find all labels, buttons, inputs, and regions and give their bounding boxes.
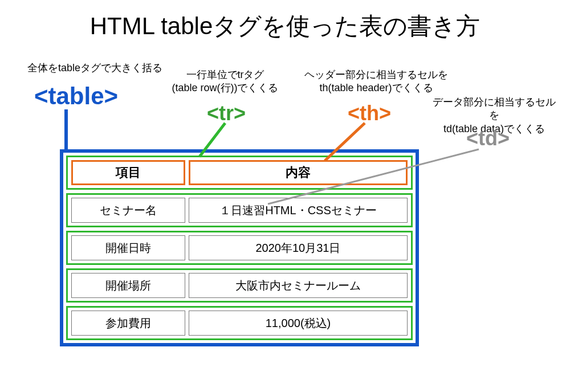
annotation-tr-line2: (table row(行))でくくる [172,82,278,93]
page-title: HTML tableタグを使った表の書き方 [0,0,570,42]
tag-label-tr: <tr> [207,101,246,125]
annotation-th-line1: ヘッダー部分に相当するセルを [304,69,448,80]
annotation-th-line2: th(table header)でくくる [319,82,433,93]
annotation-tr-desc: 一行単位でtrタグ (table row(行))でくくる [165,68,285,95]
table-row: 参加費用 11,000(税込) [66,306,413,340]
tag-label-table: <table> [34,83,118,110]
td-cell-value: 大阪市内セミナールーム [189,273,408,298]
td-cell-value: １日速習HTML・CSSセミナー [189,198,408,223]
table-row: セミナー名 １日速習HTML・CSSセミナー [66,193,413,227]
table-header-row: 項目 内容 [66,156,413,190]
td-cell-label: 開催場所 [71,273,185,298]
tag-label-th: <th> [348,101,391,125]
th-cell-col1: 項目 [71,160,185,185]
annotation-td-line1: データ部分に相当するセルを [433,96,556,121]
table-row: 開催日時 2020年10月31日 [66,231,413,265]
td-cell-value: 2020年10月31日 [189,235,408,260]
annotation-tr-line1: 一行単位でtrタグ [186,69,264,80]
th-cell-col2: 内容 [189,160,408,185]
table-row: 開催場所 大阪市内セミナールーム [66,268,413,303]
tag-label-td: <td> [466,126,510,150]
td-cell-value: 11,000(税込) [189,311,408,336]
annotation-th-desc: ヘッダー部分に相当するセルを th(table header)でくくる [296,68,456,95]
td-cell-label: 参加費用 [71,311,185,336]
annotation-table-desc: 全体をtableタグで大きく括る [27,62,162,75]
table-box: 項目 内容 セミナー名 １日速習HTML・CSSセミナー 開催日時 2020年1… [60,149,419,346]
td-cell-label: 開催日時 [71,235,185,260]
td-cell-label: セミナー名 [71,198,185,223]
